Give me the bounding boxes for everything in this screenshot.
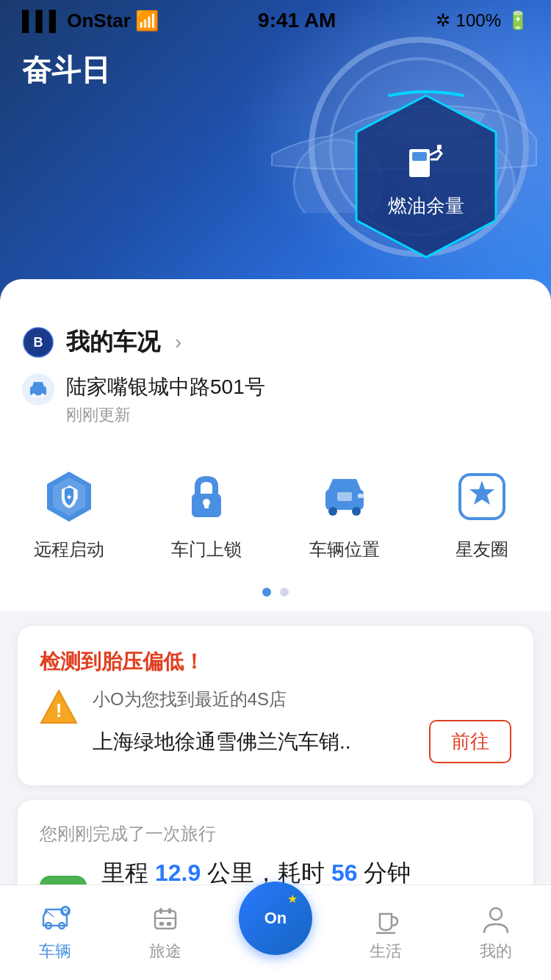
trip-distance: 12.9	[155, 860, 201, 886]
dot-inactive	[280, 588, 289, 597]
buick-logo: B	[22, 326, 54, 359]
onstar-star-icon: ★	[287, 892, 298, 906]
car-icon	[28, 379, 48, 400]
nav-journey-label: 旅途	[149, 940, 181, 962]
vehicle-nav-icon	[39, 904, 71, 936]
trip-duration: 56	[331, 860, 358, 886]
action-vehicle-location[interactable]: 车辆位置	[286, 467, 403, 561]
alert-card: 检测到胎压偏低！ ! 小O为您找到最近的4S店 上海绿地徐通雪佛兰汽车销.. 前…	[18, 626, 533, 785]
star-friends-icon-wrap	[453, 467, 511, 526]
car-location-row: 陆家嘴银城中路501号 刚刚更新	[22, 373, 529, 433]
alert-body: ! 小O为您找到最近的4S店 上海绿地徐通雪佛兰汽车销.. 前往	[40, 688, 511, 763]
car-status-header[interactable]: B 我的车况 ›	[22, 326, 529, 359]
car-status-section: B 我的车况 › 陆家嘴银城中路501号 刚刚更新	[0, 309, 551, 445]
onstar-center-button[interactable]: ★ On	[239, 882, 312, 955]
star-friends-icon	[454, 469, 510, 525]
trip-meta: 您刚刚完成了一次旅行	[40, 822, 511, 846]
svg-point-21	[352, 507, 361, 516]
alert-dest-row: 上海绿地徐通雪佛兰汽车销.. 前往	[93, 720, 511, 763]
star-friends-label: 星友圈	[455, 538, 508, 561]
hero-bottom-curve	[0, 279, 551, 309]
nav-mine-label: 我的	[480, 940, 512, 962]
svg-rect-22	[337, 492, 352, 501]
action-star-friends[interactable]: 星友圈	[423, 467, 541, 561]
svg-rect-39	[159, 922, 164, 926]
svg-point-42	[490, 908, 502, 920]
nav-vehicle-label: 车辆	[39, 940, 71, 962]
vehicle-location-icon	[317, 469, 372, 525]
status-right: ✲ 100% 🔋	[436, 10, 529, 31]
remote-start-icon-wrap: ⬡ ✦	[40, 467, 98, 526]
alert-text-col: 小O为您找到最近的4S店 上海绿地徐通雪佛兰汽车销.. 前往	[93, 688, 511, 763]
nav-item-vehicle[interactable]: 车辆	[0, 904, 110, 962]
fuel-content: 燃油余量	[388, 134, 464, 219]
svg-point-20	[328, 507, 337, 516]
svg-rect-4	[412, 152, 427, 161]
status-bar: ▌▌▌ OnStar 📶 9:41 AM ✲ 100% 🔋	[0, 0, 551, 38]
action-remote-start[interactable]: ⬡ ✦ 远程启动	[10, 467, 128, 561]
fuel-widget[interactable]: 燃油余量	[345, 88, 507, 264]
hero-section: 奋斗日 燃油余量	[0, 0, 551, 309]
remote-start-label: 远程启动	[34, 538, 104, 561]
life-nav-icon	[370, 904, 402, 936]
bluetooth-icon: ✲	[436, 10, 450, 31]
fuel-pump-icon	[400, 134, 452, 186]
action-door-lock[interactable]: 车门上锁	[148, 467, 265, 561]
svg-point-34	[65, 909, 67, 911]
dot-active	[262, 588, 271, 597]
alert-warning-icon: !	[40, 688, 78, 726]
nav-item-mine[interactable]: 我的	[441, 904, 551, 962]
svg-text:✦: ✦	[65, 492, 73, 502]
svg-rect-6	[437, 145, 442, 149]
svg-rect-40	[167, 922, 171, 926]
battery-icon: 🔋	[507, 10, 529, 31]
address-text: 陆家嘴银城中路501号	[66, 373, 265, 401]
onstar-label: On	[264, 909, 287, 928]
nav-life-label: 生活	[370, 940, 402, 962]
car-status-title: 我的车况	[66, 326, 160, 359]
svg-rect-35	[155, 911, 176, 929]
svg-point-11	[41, 394, 45, 397]
svg-rect-23	[358, 494, 364, 498]
battery-percent: 100%	[456, 10, 501, 31]
hero-title: 奋斗日	[22, 50, 110, 90]
svg-text:!: !	[56, 699, 62, 721]
wifi-icon: 📶	[135, 10, 159, 32]
nav-item-life[interactable]: 生活	[331, 904, 441, 962]
vehicle-location-label: 车辆位置	[309, 538, 380, 561]
warning-triangle-icon: !	[40, 688, 78, 726]
page-dots	[0, 576, 551, 611]
goto-button[interactable]: 前往	[429, 720, 511, 763]
clock: 9:41 AM	[258, 9, 336, 32]
svg-marker-25	[469, 480, 494, 505]
update-time: 刚刚更新	[66, 404, 265, 426]
door-lock-label: 车门上锁	[171, 538, 242, 561]
svg-point-10	[32, 394, 36, 397]
vehicle-location-icon-wrap	[315, 467, 374, 526]
car-location-icon	[22, 373, 54, 406]
mine-nav-icon	[480, 904, 512, 936]
location-info: 陆家嘴银城中路501号 刚刚更新	[66, 373, 265, 426]
bottom-nav: 车辆 旅途 ★ On 生活	[0, 884, 551, 980]
alert-sub-text: 小O为您找到最近的4S店	[93, 688, 511, 711]
svg-rect-18	[204, 502, 209, 508]
signal-bars: ▌▌▌	[22, 10, 62, 32]
door-lock-icon	[179, 469, 234, 525]
svg-rect-36	[159, 908, 162, 914]
trip-duration-unit: 分钟	[364, 860, 411, 886]
alert-title: 检测到胎压偏低！	[40, 648, 511, 676]
quick-actions: ⬡ ✦ 远程启动 车门上锁	[0, 445, 551, 576]
alert-destination: 上海绿地徐通雪佛兰汽车销..	[93, 728, 351, 756]
fuel-label: 燃油余量	[388, 193, 464, 219]
carrier-name: OnStar	[67, 10, 131, 32]
carrier-signal: ▌▌▌ OnStar 📶	[22, 10, 159, 32]
door-lock-icon-wrap	[177, 467, 236, 526]
journey-nav-icon	[149, 904, 181, 936]
chevron-right-icon: ›	[175, 331, 181, 354]
svg-text:B: B	[34, 335, 43, 350]
remote-start-icon: ⬡ ✦	[41, 469, 97, 525]
svg-rect-37	[168, 908, 171, 914]
nav-item-journey[interactable]: 旅途	[110, 904, 220, 962]
nav-center[interactable]: ★ On	[220, 896, 331, 970]
